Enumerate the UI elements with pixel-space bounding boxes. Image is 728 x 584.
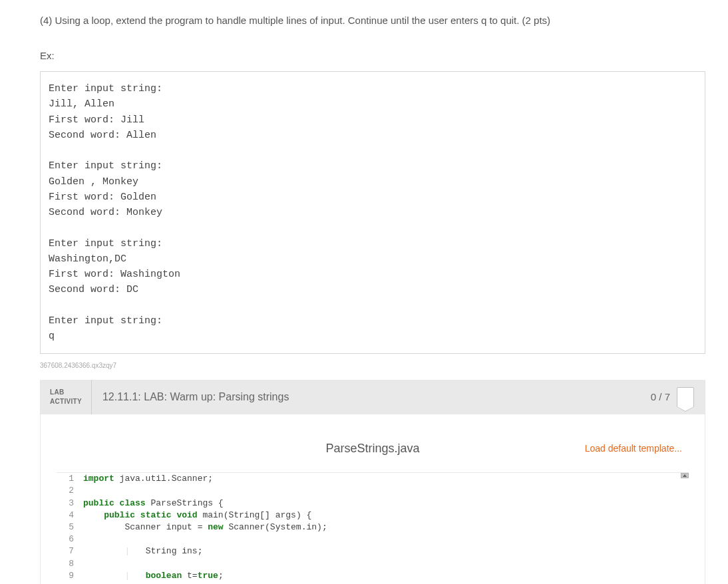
instruction-text: (4) Using a loop, extend the program to …: [40, 13, 705, 29]
line-number: 4: [57, 510, 79, 521]
code-toolbar: ParseStrings.java Load default template.…: [57, 430, 689, 472]
code-line[interactable]: import java.util.Scanner;: [79, 473, 213, 485]
code-line[interactable]: Scanner input = new Scanner(System.in);: [79, 521, 327, 533]
code-line[interactable]: | boolean t=true;: [79, 570, 224, 582]
lab-badge-line1: LAB: [50, 388, 82, 397]
code-line[interactable]: [79, 485, 89, 497]
lab-body: ParseStrings.java Load default template.…: [41, 414, 705, 584]
line-number: 6: [57, 533, 79, 545]
lab-score-text: 0 / 7: [651, 390, 670, 405]
filename-label: ParseStrings.java: [325, 440, 419, 458]
score-shield-icon: [677, 387, 694, 407]
line-number: 9: [57, 570, 79, 582]
code-line[interactable]: [79, 533, 89, 545]
line-number: 3: [57, 498, 79, 510]
line-number: 1: [57, 473, 79, 485]
code-line[interactable]: public class ParseStrings {: [79, 498, 224, 510]
code-line[interactable]: public static void main(String[] args) {: [79, 510, 311, 521]
example-label: Ex:: [40, 49, 705, 64]
load-default-template-link[interactable]: Load default template...: [585, 442, 682, 456]
code-editor[interactable]: 1 import java.util.Scanner; 2 3 public c…: [57, 472, 689, 584]
activity-id: 367608.2436366.qx3zqy7: [40, 361, 705, 370]
lab-score-area: 0 / 7: [651, 380, 705, 414]
line-number: 8: [57, 558, 79, 570]
lab-activity-panel: LAB ACTIVITY 12.11.1: LAB: Warm up: Pars…: [40, 380, 705, 584]
lab-title: 12.11.1: LAB: Warm up: Parsing strings: [92, 380, 651, 414]
code-line[interactable]: [79, 558, 89, 570]
lab-badge-line2: ACTIVITY: [50, 397, 82, 406]
example-output-box: Enter input string: Jill, Allen First wo…: [40, 71, 705, 354]
line-number: 2: [57, 485, 79, 497]
scrollbar-up-icon[interactable]: [681, 473, 689, 478]
lab-header: LAB ACTIVITY 12.11.1: LAB: Warm up: Pars…: [41, 380, 705, 414]
code-line[interactable]: | String ins;: [79, 545, 202, 557]
lab-badge: LAB ACTIVITY: [41, 380, 92, 414]
line-number: 5: [57, 521, 79, 533]
line-number: 7: [57, 545, 79, 557]
